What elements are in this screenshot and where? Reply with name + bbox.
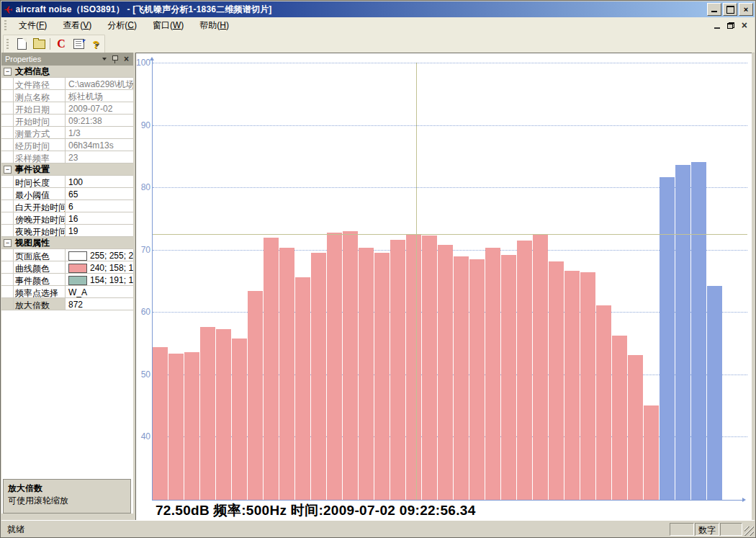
- open-file-button[interactable]: [31, 37, 47, 52]
- spectrum-bar[interactable]: [264, 238, 279, 500]
- property-value[interactable]: 2009-07-02: [66, 102, 133, 114]
- collapse-icon[interactable]: −: [4, 68, 12, 76]
- collapse-icon[interactable]: −: [4, 166, 12, 174]
- property-value[interactable]: 65: [66, 188, 133, 199]
- spectrum-chart[interactable]: 40506070809010072.50dB 频率:500Hz 时间:2009-…: [135, 53, 752, 521]
- property-value[interactable]: 06h34m13s: [66, 139, 133, 151]
- property-row[interactable]: 曲线颜色240; 158; 15: [1, 261, 133, 274]
- event-bar[interactable]: [660, 177, 675, 500]
- menu-view[interactable]: 查看(V): [55, 17, 99, 34]
- property-row[interactable]: 夜晚开始时间19: [1, 225, 133, 237]
- mdi-close-button[interactable]: ×: [742, 20, 747, 30]
- spectrum-bar[interactable]: [248, 291, 263, 500]
- c-analysis-button[interactable]: C: [53, 37, 69, 52]
- spectrum-bar[interactable]: [200, 327, 215, 500]
- event-bar[interactable]: [691, 162, 706, 500]
- spectrum-bar[interactable]: [311, 253, 326, 500]
- color-swatch[interactable]: [68, 276, 87, 285]
- menubar-grip[interactable]: [4, 20, 6, 30]
- new-document-button[interactable]: [14, 37, 30, 52]
- spectrum-bar[interactable]: [359, 248, 374, 500]
- spectrum-bar[interactable]: [279, 248, 294, 500]
- spectrum-bar[interactable]: [232, 339, 247, 500]
- close-button[interactable]: ×: [739, 3, 753, 16]
- spectrum-bar[interactable]: [374, 253, 390, 500]
- spectrum-bar[interactable]: [564, 271, 580, 500]
- property-value[interactable]: 23: [66, 151, 133, 163]
- menu-window[interactable]: 窗口(W): [145, 17, 192, 34]
- property-row[interactable]: 采样频率23: [1, 151, 133, 163]
- property-row[interactable]: 最小阈值65: [1, 188, 133, 200]
- spectrum-bar[interactable]: [469, 259, 485, 500]
- spectrum-bar[interactable]: [327, 233, 342, 500]
- spectrum-bar[interactable]: [438, 245, 453, 500]
- maximize-button[interactable]: [723, 3, 737, 16]
- menu-help[interactable]: 帮助(H): [192, 17, 237, 34]
- spectrum-bar[interactable]: [517, 241, 532, 500]
- spectrum-bar[interactable]: [168, 354, 184, 500]
- spectrum-bar[interactable]: [501, 255, 516, 500]
- spectrum-bar[interactable]: [216, 329, 231, 500]
- property-value[interactable]: 6: [66, 200, 133, 212]
- property-row[interactable]: 页面底色255; 255; 25: [1, 249, 133, 261]
- color-swatch[interactable]: [68, 264, 87, 273]
- spectrum-bar[interactable]: [295, 277, 310, 500]
- properties-panel-header[interactable]: Properties ×: [1, 53, 133, 66]
- property-row[interactable]: 频率点选择W_A: [1, 286, 133, 298]
- property-row[interactable]: 傍晚开始时间16: [1, 212, 133, 225]
- spectrum-bar[interactable]: [628, 355, 643, 500]
- spectrum-bar[interactable]: [422, 236, 437, 500]
- spectrum-bar[interactable]: [153, 347, 168, 500]
- property-value[interactable]: C:\awa6298\机场: [66, 78, 133, 89]
- property-row[interactable]: 开始时间09:21:38: [1, 115, 133, 127]
- collapse-icon[interactable]: −: [4, 239, 12, 247]
- pin-icon[interactable]: [112, 55, 118, 63]
- property-value[interactable]: 1/3: [66, 127, 133, 138]
- spectrum-bar[interactable]: [580, 272, 595, 500]
- property-value[interactable]: 240; 158; 15: [66, 261, 133, 273]
- property-row[interactable]: 事件颜色154; 191; 18: [1, 274, 133, 286]
- spectrum-bar[interactable]: [533, 235, 548, 500]
- property-row[interactable]: 开始日期2009-07-02: [1, 102, 133, 115]
- spectrum-bar[interactable]: [549, 261, 564, 500]
- property-value[interactable]: 872: [66, 298, 133, 310]
- spectrum-bar[interactable]: [184, 352, 199, 500]
- menu-analysis[interactable]: 分析(C): [99, 17, 145, 34]
- spectrum-bar[interactable]: [343, 231, 358, 500]
- property-value[interactable]: 255; 255; 25: [66, 249, 133, 261]
- property-value[interactable]: 栎社机场: [66, 90, 133, 102]
- property-row[interactable]: 测点名称栎社机场: [1, 90, 133, 102]
- mdi-minimize-button[interactable]: [714, 22, 720, 29]
- panel-close-icon[interactable]: ×: [124, 55, 129, 63]
- property-row[interactable]: 放大倍数872: [1, 298, 133, 310]
- property-section-header[interactable]: −事件设置: [1, 163, 133, 176]
- property-value[interactable]: 19: [66, 225, 133, 236]
- mdi-restore-button[interactable]: [727, 22, 734, 29]
- property-value[interactable]: 154; 191; 18: [66, 274, 133, 285]
- panel-menu-chevron-icon[interactable]: [102, 58, 107, 63]
- property-row[interactable]: 时间长度100: [1, 176, 133, 188]
- spectrum-bar[interactable]: [390, 240, 405, 500]
- spectrum-bar[interactable]: [485, 248, 500, 500]
- property-row[interactable]: 文件路径C:\awa6298\机场: [1, 78, 133, 90]
- spectrum-bar[interactable]: [644, 405, 659, 500]
- property-value[interactable]: 16: [66, 212, 133, 224]
- property-section-header[interactable]: −文档信息: [1, 66, 133, 78]
- property-row[interactable]: 白天开始时间6: [1, 200, 133, 212]
- event-bar[interactable]: [707, 286, 722, 500]
- spectrum-bar[interactable]: [596, 305, 611, 500]
- property-row[interactable]: 经历时间06h34m13s: [1, 139, 133, 151]
- properties-button[interactable]: [71, 37, 86, 52]
- spectrum-bar[interactable]: [612, 336, 627, 500]
- property-section-header[interactable]: −视图属性: [1, 237, 133, 249]
- property-value[interactable]: 100: [66, 176, 133, 187]
- toolbar-overflow-button[interactable]: [94, 42, 100, 48]
- color-swatch[interactable]: [68, 251, 87, 261]
- spectrum-bar[interactable]: [406, 234, 421, 500]
- property-value[interactable]: W_A: [66, 286, 133, 297]
- resize-grip[interactable]: [744, 526, 754, 536]
- minimize-button[interactable]: [707, 3, 721, 16]
- property-value[interactable]: 09:21:38: [66, 115, 133, 126]
- property-row[interactable]: 测量方式1/3: [1, 127, 133, 139]
- event-bar[interactable]: [675, 165, 690, 500]
